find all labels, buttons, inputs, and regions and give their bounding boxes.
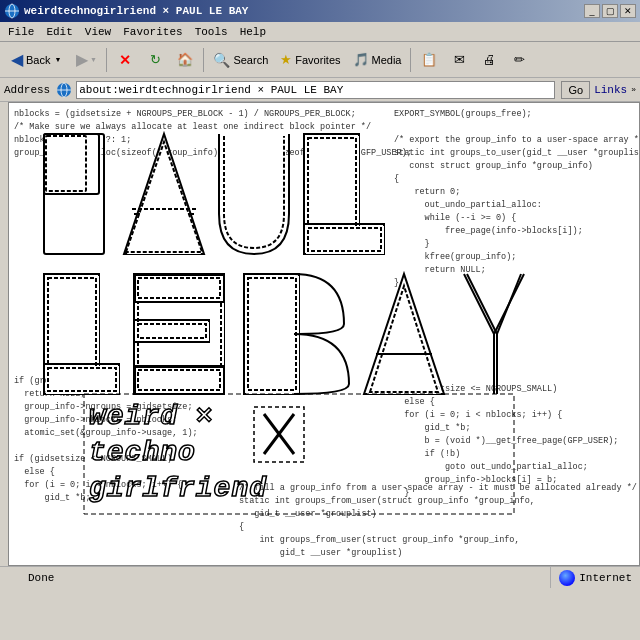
go-button[interactable]: Go [561, 81, 590, 99]
svg-rect-18 [306, 226, 384, 254]
main-logo: weird × techno girlfriend [34, 124, 614, 544]
stop-button[interactable]: ✕ [111, 46, 139, 74]
title-bar: weirdtechnogirlriend × PAUL LE BAY _ ▢ ✕ [0, 0, 640, 22]
separator-2 [203, 48, 204, 72]
svg-marker-42 [367, 280, 441, 394]
home-icon: 🏠 [177, 52, 193, 67]
stop-icon: ✕ [119, 52, 131, 68]
svg-line-49 [497, 274, 521, 334]
search-icon: 🔍 [213, 52, 230, 68]
zone-label: Internet [579, 572, 632, 584]
done-label: Done [28, 572, 54, 584]
ie-icon [4, 3, 20, 19]
menu-view[interactable]: View [79, 25, 117, 39]
svg-line-48 [467, 274, 497, 334]
edit-button[interactable]: ✏ [505, 46, 533, 74]
search-label: Search [233, 54, 268, 66]
back-label: Back [26, 54, 50, 66]
back-icon: ◀ [11, 50, 23, 69]
mail-button[interactable]: ✉ [445, 46, 473, 74]
svg-rect-56 [8, 570, 24, 586]
favorites-icon: ★ [280, 52, 292, 67]
content-area: nblocks = (gidsetsize + NGROUPS_PER_BLOC… [8, 102, 640, 566]
address-bar: Address Go Links » [0, 78, 640, 102]
internet-globe-icon [559, 570, 575, 586]
title-text: weirdtechnogirlriend × PAUL LE BAY [24, 5, 248, 17]
menu-tools[interactable]: Tools [189, 25, 234, 39]
address-label: Address [4, 84, 50, 96]
svg-rect-7 [44, 134, 99, 194]
back-dropdown-icon: ▼ [54, 56, 61, 63]
media-button[interactable]: 🎵 Media [348, 46, 407, 74]
forward-button[interactable]: ▶ ▼ [70, 46, 102, 74]
links-expand-icon: » [631, 85, 636, 94]
print-icon: 🖨 [483, 52, 496, 67]
menu-help[interactable]: Help [234, 25, 272, 39]
history-icon: 📋 [421, 52, 437, 67]
svg-text:weird ×
          techno
     : weird × techno girlfriend [89, 401, 267, 504]
maximize-button[interactable]: ▢ [602, 4, 618, 18]
content-inner: nblocks = (gidsetsize + NGROUPS_PER_BLOC… [9, 103, 639, 565]
address-field[interactable] [76, 81, 555, 99]
back-button[interactable]: ◀ Back ▼ [4, 46, 68, 74]
svg-rect-24 [46, 366, 119, 394]
separator-3 [410, 48, 411, 72]
svg-rect-36 [136, 368, 223, 393]
print-button[interactable]: 🖨 [475, 46, 503, 74]
minimize-button[interactable]: _ [584, 4, 600, 18]
menu-favorites[interactable]: Favorites [117, 25, 188, 39]
done-check-icon [8, 570, 24, 586]
menu-edit[interactable]: Edit [40, 25, 78, 39]
close-button[interactable]: ✕ [620, 4, 636, 18]
page-icon [56, 82, 72, 98]
menu-bar: File Edit View Favorites Tools Help [0, 22, 640, 42]
toolbar: ◀ Back ▼ ▶ ▼ ✕ ↻ 🏠 🔍 Search ★ Favorites [0, 42, 640, 78]
status-bar: Done Internet [0, 566, 640, 588]
forward-icon: ▶ [76, 50, 88, 69]
svg-line-45 [464, 274, 494, 334]
content-wrapper: nblocks = (gidsetsize + NGROUPS_PER_BLOC… [0, 102, 640, 566]
svg-rect-39 [246, 276, 299, 394]
media-icon: 🎵 [353, 52, 369, 67]
forward-dropdown-icon: ▼ [90, 56, 97, 63]
svg-rect-30 [136, 276, 223, 301]
separator-1 [106, 48, 107, 72]
search-button[interactable]: 🔍 Search [208, 46, 273, 74]
menu-file[interactable]: File [2, 25, 40, 39]
svg-marker-11 [127, 139, 201, 254]
mail-icon: ✉ [454, 52, 465, 67]
favorites-label: Favorites [295, 54, 340, 66]
favorites-button[interactable]: ★ Favorites [275, 46, 345, 74]
refresh-icon: ↻ [150, 52, 161, 67]
links-button[interactable]: Links [594, 84, 627, 96]
status-text: Done [0, 570, 550, 586]
title-bar-buttons: _ ▢ ✕ [584, 4, 636, 18]
history-button[interactable]: 📋 [415, 46, 443, 74]
home-button[interactable]: 🏠 [171, 46, 199, 74]
refresh-button[interactable]: ↻ [141, 46, 169, 74]
media-label: Media [372, 54, 402, 66]
title-bar-left: weirdtechnogirlriend × PAUL LE BAY [4, 3, 248, 19]
address-input[interactable] [79, 84, 552, 96]
edit-icon: ✏ [514, 52, 525, 67]
status-zone: Internet [550, 567, 640, 588]
